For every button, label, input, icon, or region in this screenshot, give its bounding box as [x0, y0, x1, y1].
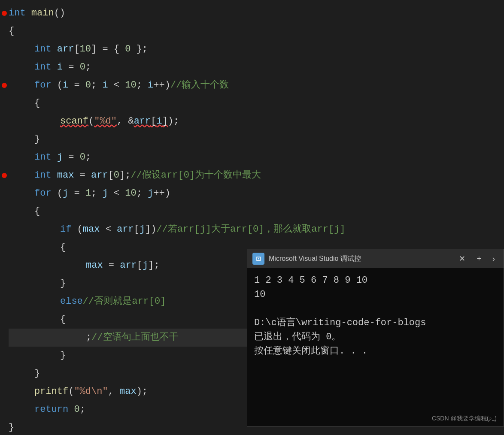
- debug-console: ⊡ Microsoft Visual Studio 调试控 ✕ + › 1 2 …: [247, 249, 504, 426]
- bp-5: [2, 83, 7, 88]
- code-line-6: {: [9, 94, 495, 112]
- code-line-12: {: [9, 202, 495, 221]
- console-output-blank: [254, 302, 497, 316]
- code-line-4: int i = 0;: [9, 58, 495, 76]
- code-line-8: }: [9, 130, 495, 148]
- code-line-10: int max = arr[0];//假设arr[0]为十个数中最大: [9, 166, 495, 184]
- console-output-numbers: 1 2 3 4 5 6 7 8 9 10: [254, 273, 497, 287]
- keyword-int-main: int: [9, 4, 26, 22]
- code-line-1: int main(): [9, 4, 495, 22]
- fn-main: main: [31, 4, 54, 22]
- credit-text: CSDN @我要学编程(ꥍ_ꥍ): [432, 415, 497, 422]
- console-body: 1 2 3 4 5 6 7 8 9 10 10 D:\c语言\writing-c…: [247, 268, 504, 413]
- console-close-button[interactable]: ✕: [455, 252, 469, 265]
- console-titlebar: ⊡ Microsoft Visual Studio 调试控 ✕ + ›: [247, 249, 504, 268]
- console-more-button[interactable]: ›: [489, 253, 498, 265]
- console-output-result: 10: [254, 287, 497, 302]
- console-icon: ⊡: [252, 253, 264, 265]
- code-line-2: {: [9, 22, 495, 40]
- code-line-7: scanf("%d", &arr[i]);: [9, 112, 495, 130]
- console-output-path: D:\c语言\writing-code-for-blogs: [254, 316, 497, 330]
- console-output-exit: 已退出，代码为 0。: [254, 330, 497, 344]
- code-line-11: for (j = 1; j < 10; j++): [9, 184, 495, 202]
- code-line-9: int j = 0;: [9, 148, 495, 166]
- code-line-13: if (max < arr[j])//若arr[j]大于arr[0]，那么就取a…: [9, 221, 495, 239]
- console-plus-button[interactable]: +: [473, 253, 485, 265]
- console-title: Microsoft Visual Studio 调试控: [269, 254, 451, 263]
- console-output-presskey: 按任意键关闭此窗口. . .: [254, 344, 497, 358]
- code-line-19: ;//空语句上面也不干: [9, 329, 249, 347]
- code-line-5: for (i = 0; i < 10; i++)//输入十个数: [9, 76, 495, 94]
- console-footer: CSDN @我要学编程(ꥍ_ꥍ): [247, 413, 504, 426]
- bp-10: [2, 173, 7, 178]
- code-line-3: int arr[10] = { 0 };: [9, 40, 495, 58]
- bp-1: [2, 11, 7, 16]
